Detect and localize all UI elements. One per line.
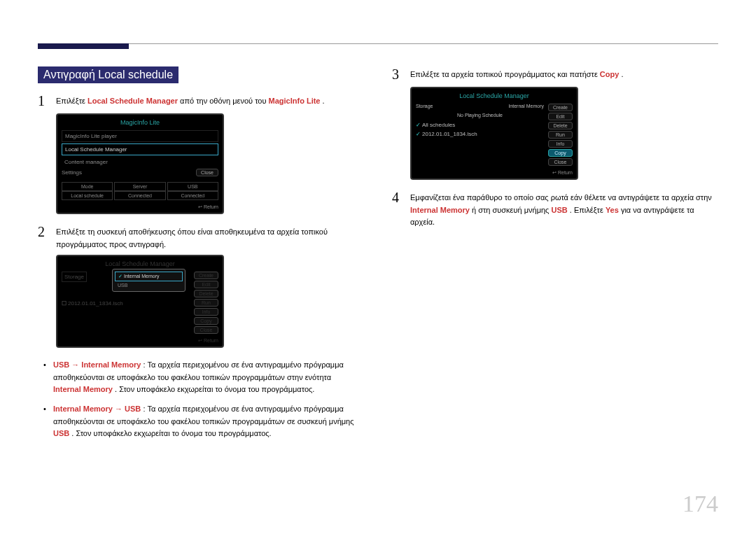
storage-popup: ✓Internal Memory USB [112, 269, 186, 292]
bullet-list: USB → Internal Memory : Τα αρχεία περιεχ… [38, 359, 360, 440]
storage-label: Storage [416, 104, 433, 108]
c: USB [167, 182, 218, 191]
c: Local schedule [62, 191, 113, 200]
ui-screenshot-3: Local Schedule Manager Storage Internal … [410, 87, 578, 180]
c: Connected [167, 191, 218, 200]
ui-status-row: Mode Server USB [62, 182, 218, 191]
ui-menu-item: MagicInfo Lite player [62, 130, 218, 142]
step-1: 1 Επιλέξτε Local Schedule Manager από τη… [38, 93, 360, 109]
right-column: 3 Επιλέξτε τα αρχεία τοπικού προγράμματο… [392, 66, 714, 229]
btn: Close [194, 326, 218, 334]
btn: Close [548, 158, 573, 166]
header-rule [38, 43, 718, 44]
t-red: Internal Memory [53, 385, 113, 393]
btn: Create [194, 272, 218, 279]
step-text: Επιλέξτε τα αρχεία τοπικού προγράμματος … [410, 66, 623, 83]
popup-item: USB [115, 281, 183, 289]
side-buttons: Create Edit Delete Run Info Copy Close [194, 272, 218, 334]
no-playing-schedule: No Playing Schedule [416, 113, 544, 118]
t-red: Local Schedule Manager [88, 97, 178, 105]
popup-item-selected: ✓Internal Memory [115, 272, 183, 281]
step-text: Εμφανίζεται ένα παράθυρο το οποίο σας ρω… [410, 190, 714, 229]
btn: Run [548, 131, 573, 139]
side-buttons: Create Edit Delete Run Info Copy Close [548, 104, 573, 166]
step-number: 3 [392, 66, 410, 83]
step-number: 1 [38, 93, 56, 109]
t: Επιλέξτε [56, 97, 88, 105]
step-2: 2 Επιλέξτε τη συσκευή αποθήκευσης όπου ε… [38, 224, 360, 251]
t: . Στον υποφάκελο εκχωρείται το όνομα του… [71, 429, 271, 437]
t-red: Copy [600, 70, 620, 78]
bullet-item: USB → Internal Memory : Τα αρχεία περιεχ… [53, 359, 360, 396]
header-rule-thick [38, 43, 129, 49]
t: Εμφανίζεται ένα παράθυρο το οποίο σας ρω… [410, 193, 712, 202]
section-title: Αντιγραφή Local schedule [38, 66, 178, 83]
ui-title: MagicInfo Lite [62, 119, 218, 126]
ui-return: Return [62, 338, 218, 344]
ui-close-button: Close [196, 169, 218, 176]
t-red: USB → Internal Memory [53, 360, 141, 369]
storage-label: Storage [62, 272, 87, 282]
c: Mode [62, 182, 113, 191]
btn: Run [194, 299, 218, 307]
schedule-file: ☐2012.01.01_1834.lsch [62, 300, 190, 307]
t: Επιλέξτε τα αρχεία τοπικού προγράμματος … [410, 70, 600, 78]
lbl: Internal Memory [124, 274, 160, 279]
bullet-item: Internal Memory → USB : Τα αρχεία περιεχ… [53, 403, 360, 440]
ui-return: Return [62, 204, 218, 210]
t: . [323, 97, 325, 105]
step-text: Επιλέξτε Local Schedule Manager από την … [56, 93, 325, 109]
btn: Info [194, 308, 218, 316]
ui-status-row: Local schedule Connected Connected [62, 191, 218, 200]
ui-menu-item: Settings [62, 169, 82, 176]
t: . Επιλέξτε [570, 206, 606, 214]
ui-screenshot-2: Local Schedule Manager Storage ☐2012.01.… [56, 255, 224, 348]
ui-menu-item: Content manager [62, 157, 218, 167]
schedule-file: ✓2012.01.01_1834.lsch [416, 131, 544, 137]
c: Connected [114, 191, 165, 200]
step-4: 4 Εμφανίζεται ένα παράθυρο το οποίο σας … [392, 190, 714, 229]
t: . [621, 70, 623, 78]
btn: Create [548, 104, 573, 111]
storage-value: Internal Memory [508, 104, 544, 108]
left-column: Αντιγραφή Local schedule 1 Επιλέξτε Loca… [38, 66, 360, 447]
ui-menu-item-selected: Local Schedule Manager [62, 143, 218, 155]
copy-button: Copy [548, 149, 573, 157]
lbl: All schedules [422, 122, 455, 128]
t: ή στη συσκευή μνήμης [472, 206, 551, 214]
fn: 2012.01.01_1834.lsch [68, 300, 123, 307]
page-number: 174 [682, 491, 718, 517]
ui-title: Local Schedule Manager [416, 92, 573, 99]
step-text: Επιλέξτε τη συσκευή αποθήκευσης όπου είν… [56, 224, 360, 251]
btn: Edit [194, 281, 218, 288]
fn: 2012.01.01_1834.lsch [422, 131, 477, 137]
t-red: Yes [606, 206, 619, 214]
c: Server [114, 182, 165, 191]
t-red: Internal Memory → USB [53, 405, 141, 413]
btn: Copy [194, 317, 218, 325]
step-3: 3 Επιλέξτε τα αρχεία τοπικού προγράμματο… [392, 66, 714, 83]
step-number: 4 [392, 190, 410, 229]
t-red: Internal Memory [410, 206, 470, 214]
t-red: USB [53, 429, 69, 437]
t-red: USB [551, 206, 567, 214]
t-red: MagicInfo Lite [269, 97, 321, 105]
ui-screenshot-1: MagicInfo Lite MagicInfo Lite player Loc… [56, 113, 224, 214]
btn: Delete [194, 290, 218, 297]
btn: Edit [548, 113, 573, 120]
ui-return: Return [416, 170, 573, 176]
btn: Delete [548, 122, 573, 129]
t: από την οθόνη μενού του [180, 97, 268, 105]
step-number: 2 [38, 224, 56, 251]
ui-title: Local Schedule Manager [62, 260, 218, 267]
t: . Στον υποφάκελο εκχωρείται το όνομα του… [115, 385, 314, 393]
btn: Info [548, 140, 573, 148]
all-schedules: ✓All schedules [416, 122, 544, 128]
